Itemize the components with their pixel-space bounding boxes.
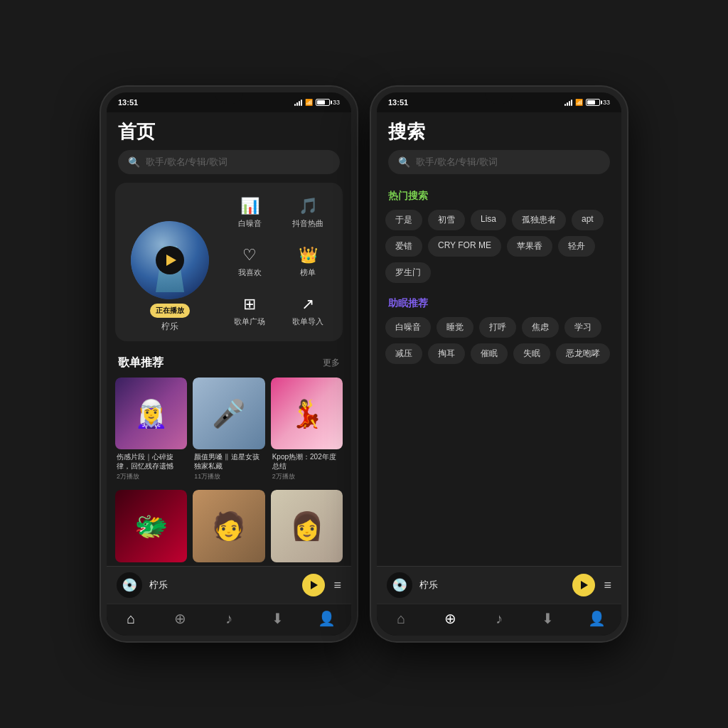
sleep-search-title: 助眠推荐 xyxy=(377,290,621,314)
vinyl-icon-home: 💿 xyxy=(122,577,137,593)
player-play-button-search[interactable] xyxy=(572,574,595,596)
heart-icon: ♡ xyxy=(242,246,257,264)
sleep-tag-5[interactable]: 减压 xyxy=(385,343,422,364)
quick-item-tiktok[interactable]: 🎵 抖音热曲 xyxy=(282,191,334,235)
hot-tag-3[interactable]: 孤独患者 xyxy=(512,210,566,230)
quick-item-noise[interactable]: 📊 白噪音 xyxy=(223,191,276,235)
hot-tag-8[interactable]: 轻舟 xyxy=(558,236,595,257)
album-art xyxy=(131,221,209,299)
playlist-name-3: 游戏暗黑风 xyxy=(117,565,186,566)
playlist-card-3[interactable]: 🐲 游戏暗黑风 xyxy=(115,490,187,566)
nav-profile-2[interactable]: 👤 xyxy=(572,610,621,627)
bottom-player-search: 💿 柠乐 ≡ xyxy=(377,566,621,604)
sleep-tags-container: 白噪音 睡觉 打呼 焦虑 学习 减压 掏耳 催眠 失眠 恶龙咆哮 xyxy=(377,314,621,371)
playlist-name-0: 伤感片段｜心碎旋律，回忆残存遗憾 xyxy=(117,452,186,471)
battery-text-2: 33 xyxy=(603,99,610,106)
search-content: 搜索 🔍 歌手/歌名/专辑/歌词 热门搜索 于是 初雪 Lisa 孤独患者 ap… xyxy=(377,112,621,566)
playlist-card-0[interactable]: 🧝‍♀️ 伤感片段｜心碎旋律，回忆残存遗憾 2万播放 xyxy=(115,378,187,484)
sleep-tag-9[interactable]: 恶龙咆哮 xyxy=(556,343,610,364)
player-list-icon-search[interactable]: ≡ xyxy=(604,578,611,593)
import-icon: ↗ xyxy=(301,295,314,314)
hot-tag-5[interactable]: 爱错 xyxy=(385,236,422,257)
player-info-home: 柠乐 xyxy=(149,579,295,592)
hot-tag-7[interactable]: 苹果香 xyxy=(507,236,552,257)
playlist-grid: 🧝‍♀️ 伤感片段｜心碎旋律，回忆残存遗憾 2万播放 🎤 xyxy=(107,378,351,566)
hot-tag-0[interactable]: 于是 xyxy=(385,210,422,230)
playlist-section-more[interactable]: 更多 xyxy=(323,357,340,369)
nav-home-2[interactable]: ⌂ xyxy=(377,611,426,627)
play-triangle-home xyxy=(311,581,318,589)
player-play-button-home[interactable] xyxy=(302,574,325,596)
sleep-tag-7[interactable]: 催眠 xyxy=(471,343,508,364)
now-playing-card[interactable]: 正在播放 柠乐 xyxy=(124,191,216,333)
search-nav-icon-2: ⊕ xyxy=(444,610,456,627)
home-search-bar[interactable]: 🔍 歌手/歌名/专辑/歌词 xyxy=(118,150,340,174)
player-info-search: 柠乐 xyxy=(419,579,565,592)
status-icons-home: 📶 33 xyxy=(294,99,340,106)
download-nav-icon-2: ⬇ xyxy=(542,610,554,627)
sleep-tag-0[interactable]: 白噪音 xyxy=(385,317,431,338)
search-title: 搜索 xyxy=(377,112,621,150)
sleep-tag-4[interactable]: 学习 xyxy=(564,317,601,338)
nav-search[interactable]: ⊕ xyxy=(156,610,205,627)
playlist-name-2: Kpop热潮：202年度总结 xyxy=(272,452,341,471)
hot-tag-9[interactable]: 罗生门 xyxy=(385,262,431,283)
nav-search-2[interactable]: ⊕ xyxy=(426,610,475,627)
player-list-icon-home[interactable]: ≡ xyxy=(333,578,341,593)
playlist-card-4[interactable]: 🧑 男嗓精选 xyxy=(193,490,264,566)
favorite-label: 我喜欢 xyxy=(238,267,262,278)
sleep-tag-8[interactable]: 失眠 xyxy=(513,343,550,364)
time-home: 13:51 xyxy=(118,98,138,107)
sleep-tag-1[interactable]: 睡觉 xyxy=(437,317,473,338)
hot-tag-4[interactable]: apt xyxy=(572,210,604,230)
time-search: 13:51 xyxy=(388,98,408,107)
noise-label: 白噪音 xyxy=(238,218,262,229)
signal-icon xyxy=(294,99,302,106)
search-icon: 🔍 xyxy=(128,156,140,168)
status-icons-search: 📶 33 xyxy=(564,99,610,106)
search-page-search-bar[interactable]: 🔍 歌手/歌名/专辑/歌词 xyxy=(388,150,610,174)
playlist-card-2[interactable]: 💃 Kpop热潮：202年度总结 2万播放 xyxy=(271,378,343,484)
sleep-tag-2[interactable]: 打呼 xyxy=(479,317,516,338)
playlist-plays-2: 2万播放 xyxy=(272,472,341,481)
bottom-player-home: 💿 柠乐 ≡ xyxy=(107,566,351,604)
home-search-placeholder: 歌手/歌名/专辑/歌词 xyxy=(146,156,228,168)
search-icon-2: 🔍 xyxy=(398,156,410,168)
phone-search: 13:51 📶 33 xyxy=(371,87,627,641)
hot-tag-1[interactable]: 初雪 xyxy=(428,210,465,230)
player-controls-search: ≡ xyxy=(572,574,611,596)
playlist-card-1[interactable]: 🎤 颜值男嗓 ∥ 追星女孩独家私藏 11万播放 xyxy=(193,378,264,484)
profile-nav-icon: 👤 xyxy=(318,610,336,627)
nav-music-2[interactable]: ♪ xyxy=(475,611,524,627)
home-nav-icon-2: ⌂ xyxy=(397,611,405,627)
phone-home: 13:51 📶 33 xyxy=(101,87,357,641)
bottom-nav-search: ⌂ ⊕ ♪ ⬇ 👤 xyxy=(377,604,621,636)
nav-download[interactable]: ⬇ xyxy=(253,610,302,627)
hot-tag-2[interactable]: Lisa xyxy=(471,210,506,230)
home-content: 首页 🔍 歌手/歌名/专辑/歌词 xyxy=(107,112,351,566)
playlist-section-header: 歌单推荐 更多 xyxy=(107,351,351,378)
bottom-nav-home: ⌂ ⊕ ♪ ⬇ 👤 xyxy=(107,604,351,636)
playlist-plays-1: 11万播放 xyxy=(194,472,263,481)
nav-music[interactable]: ♪ xyxy=(205,611,254,627)
playlist-card-5[interactable]: 👩 女嗓精选 xyxy=(271,490,343,566)
nav-download-2[interactable]: ⬇ xyxy=(523,610,572,627)
vinyl-icon-search: 💿 xyxy=(392,577,407,593)
home-nav-icon: ⌂ xyxy=(127,611,135,627)
search-nav-icon: ⊕ xyxy=(174,610,186,627)
wifi-icon: 📶 xyxy=(305,99,313,106)
play-triangle-search xyxy=(581,581,588,589)
sleep-tag-6[interactable]: 掏耳 xyxy=(428,343,465,364)
quick-item-import[interactable]: ↗ 歌单导入 xyxy=(282,289,334,333)
hot-tag-6[interactable]: CRY FOR ME xyxy=(428,236,501,257)
signal-icon-2 xyxy=(564,99,572,106)
playlist-name-4: 男嗓精选 xyxy=(194,565,263,566)
player-title-home: 柠乐 xyxy=(149,579,295,592)
nav-profile[interactable]: 👤 xyxy=(302,610,351,627)
quick-item-favorite[interactable]: ♡ 我喜欢 xyxy=(223,240,276,284)
quick-item-plaza[interactable]: ⊞ 歌单广场 xyxy=(223,289,276,333)
sleep-tag-3[interactable]: 焦虑 xyxy=(522,317,559,338)
status-bar-search: 13:51 📶 33 xyxy=(377,92,621,112)
quick-item-chart[interactable]: 👑 榜单 xyxy=(282,240,334,284)
nav-home[interactable]: ⌂ xyxy=(107,611,156,627)
